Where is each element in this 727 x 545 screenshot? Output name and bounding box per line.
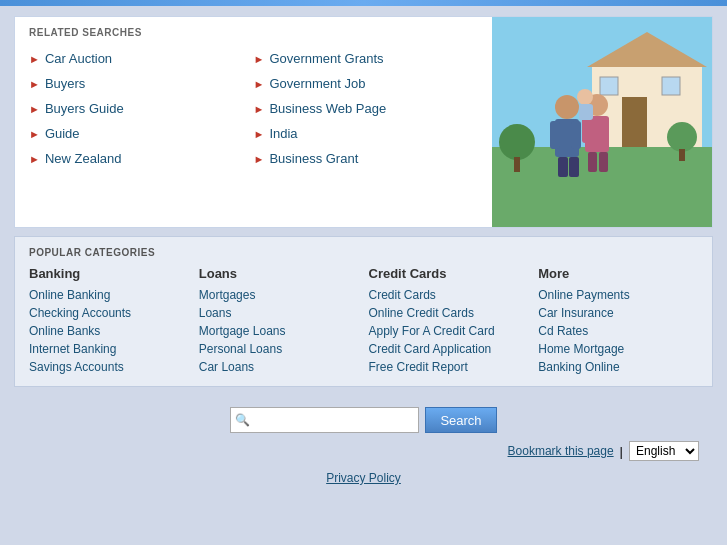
link-online-credit-cards[interactable]: Online Credit Cards xyxy=(369,304,529,322)
category-credit-cards: Credit Cards Credit Cards Online Credit … xyxy=(369,266,529,376)
link-personal-loans[interactable]: Personal Loans xyxy=(199,340,359,358)
svg-rect-15 xyxy=(582,117,591,143)
related-link-guide[interactable]: Guide xyxy=(45,126,80,141)
popular-categories-title: POPULAR CATEGORIES xyxy=(29,247,698,258)
link-row: ► Business Web Page xyxy=(254,96,479,121)
arrow-icon: ► xyxy=(254,53,265,65)
arrow-icon: ► xyxy=(29,153,40,165)
svg-rect-16 xyxy=(600,117,609,143)
svg-point-7 xyxy=(555,95,579,119)
related-link-gov-job[interactable]: Government Job xyxy=(269,76,365,91)
related-link-india[interactable]: India xyxy=(269,126,297,141)
link-row: ► Government Grants xyxy=(254,46,479,71)
link-row: ► India xyxy=(254,121,479,146)
svg-rect-17 xyxy=(588,152,597,172)
link-internet-banking[interactable]: Internet Banking xyxy=(29,340,189,358)
link-row: ► Business Grant xyxy=(254,146,479,171)
related-link-buyers[interactable]: Buyers xyxy=(45,76,85,91)
right-links-column: ► Government Grants ► Government Job ► B… xyxy=(254,46,479,171)
link-row: ► Buyers Guide xyxy=(29,96,254,121)
svg-rect-24 xyxy=(679,149,685,161)
link-apply-credit-card[interactable]: Apply For A Credit Card xyxy=(369,322,529,340)
privacy-section: Privacy Policy xyxy=(14,464,713,495)
svg-rect-10 xyxy=(571,121,581,149)
link-row: ► Buyers xyxy=(29,71,254,96)
link-row: ► Government Job xyxy=(254,71,479,96)
left-links-column: ► Car Auction ► Buyers ► Buyers Guide ► … xyxy=(29,46,254,171)
link-online-banks[interactable]: Online Banks xyxy=(29,322,189,340)
category-more: More Online Payments Car Insurance Cd Ra… xyxy=(538,266,698,376)
category-banking: Banking Online Banking Checking Accounts… xyxy=(29,266,189,376)
svg-rect-12 xyxy=(569,157,579,177)
category-loans-heading: Loans xyxy=(199,266,359,281)
link-row: ► New Zealand xyxy=(29,146,254,171)
separator: | xyxy=(620,444,623,459)
privacy-link[interactable]: Privacy Policy xyxy=(326,471,401,485)
arrow-icon: ► xyxy=(29,53,40,65)
arrow-icon: ► xyxy=(254,78,265,90)
svg-rect-9 xyxy=(550,121,560,149)
links-grid: ► Car Auction ► Buyers ► Buyers Guide ► … xyxy=(29,46,478,171)
related-link-new-zealand[interactable]: New Zealand xyxy=(45,151,122,166)
arrow-icon: ► xyxy=(254,103,265,115)
search-button[interactable]: Search xyxy=(425,407,496,433)
arrow-icon: ► xyxy=(29,128,40,140)
svg-rect-18 xyxy=(599,152,608,172)
link-home-mortgage[interactable]: Home Mortgage xyxy=(538,340,698,358)
related-link-business-grant[interactable]: Business Grant xyxy=(269,151,358,166)
link-checking-accounts[interactable]: Checking Accounts xyxy=(29,304,189,322)
related-searches-content: RELATED SEARCHES ► Car Auction ► Buyers … xyxy=(15,17,492,227)
arrow-icon: ► xyxy=(29,103,40,115)
link-online-banking[interactable]: Online Banking xyxy=(29,286,189,304)
related-link-gov-grants[interactable]: Government Grants xyxy=(269,51,383,66)
link-online-payments[interactable]: Online Payments xyxy=(538,286,698,304)
related-link-car-auction[interactable]: Car Auction xyxy=(45,51,112,66)
link-mortgages[interactable]: Mortgages xyxy=(199,286,359,304)
category-more-heading: More xyxy=(538,266,698,281)
link-cd-rates[interactable]: Cd Rates xyxy=(538,322,698,340)
svg-rect-22 xyxy=(514,157,520,172)
link-free-credit-report[interactable]: Free Credit Report xyxy=(369,358,529,376)
link-car-loans[interactable]: Car Loans xyxy=(199,358,359,376)
related-searches-title: RELATED SEARCHES xyxy=(29,27,478,38)
svg-rect-4 xyxy=(600,77,618,95)
search-icon: 🔍 xyxy=(235,413,250,427)
popular-categories-box: POPULAR CATEGORIES Banking Online Bankin… xyxy=(14,236,713,387)
svg-rect-11 xyxy=(558,157,568,177)
hero-image xyxy=(492,17,712,227)
search-input[interactable] xyxy=(254,413,414,428)
svg-rect-3 xyxy=(622,97,647,147)
svg-point-19 xyxy=(577,89,593,105)
svg-rect-5 xyxy=(662,77,680,95)
arrow-icon: ► xyxy=(254,153,265,165)
arrow-icon: ► xyxy=(254,128,265,140)
related-link-buyers-guide[interactable]: Buyers Guide xyxy=(45,101,124,116)
search-section: 🔍 Search xyxy=(14,397,713,438)
main-wrapper: RELATED SEARCHES ► Car Auction ► Buyers … xyxy=(0,6,727,505)
category-banking-heading: Banking xyxy=(29,266,189,281)
categories-grid: Banking Online Banking Checking Accounts… xyxy=(29,266,698,376)
link-row: ► Car Auction xyxy=(29,46,254,71)
related-searches-box: RELATED SEARCHES ► Car Auction ► Buyers … xyxy=(14,16,713,228)
search-input-wrapper: 🔍 xyxy=(230,407,419,433)
related-link-business-web[interactable]: Business Web Page xyxy=(269,101,386,116)
link-mortgage-loans[interactable]: Mortgage Loans xyxy=(199,322,359,340)
svg-point-23 xyxy=(667,122,697,152)
language-select[interactable]: English Spanish French German xyxy=(629,441,699,461)
svg-point-21 xyxy=(499,124,535,160)
category-loans: Loans Mortgages Loans Mortgage Loans Per… xyxy=(199,266,359,376)
link-savings-accounts[interactable]: Savings Accounts xyxy=(29,358,189,376)
bottom-bar: Bookmark this page | English Spanish Fre… xyxy=(14,438,713,464)
svg-rect-20 xyxy=(579,104,593,120)
bookmark-link[interactable]: Bookmark this page xyxy=(508,444,614,458)
family-svg xyxy=(492,17,712,227)
link-row: ► Guide xyxy=(29,121,254,146)
arrow-icon: ► xyxy=(29,78,40,90)
link-credit-card-application[interactable]: Credit Card Application xyxy=(369,340,529,358)
link-car-insurance[interactable]: Car Insurance xyxy=(538,304,698,322)
link-loans[interactable]: Loans xyxy=(199,304,359,322)
category-credit-cards-heading: Credit Cards xyxy=(369,266,529,281)
link-banking-online[interactable]: Banking Online xyxy=(538,358,698,376)
link-credit-cards[interactable]: Credit Cards xyxy=(369,286,529,304)
